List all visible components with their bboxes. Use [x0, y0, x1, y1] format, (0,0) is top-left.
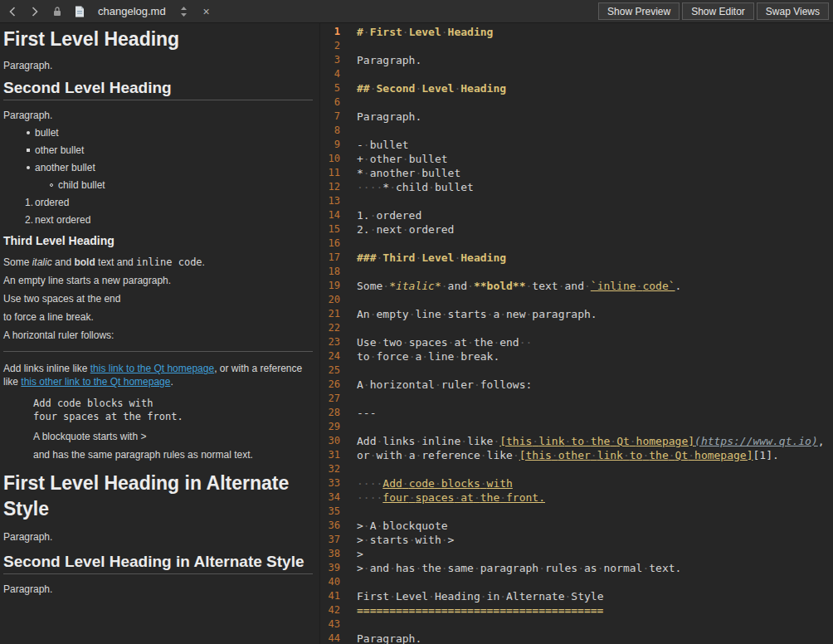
editor-line[interactable]: 5##·Second·Level·Heading	[320, 81, 833, 95]
line-number[interactable]: 34	[320, 490, 340, 505]
line-number[interactable]: 21	[320, 307, 340, 321]
line-number[interactable]: 43	[320, 617, 340, 632]
line-number[interactable]: 1	[320, 25, 340, 39]
editor-line[interactable]: 7Paragraph.	[320, 110, 833, 124]
editor-line[interactable]: 35	[320, 505, 833, 519]
line-number[interactable]: 12	[320, 180, 340, 194]
editor-line[interactable]: 41First·Level·Heading·in·Alternate·Style	[320, 589, 833, 603]
line-number[interactable]: 37	[320, 533, 340, 547]
editor-line[interactable]: 17###·Third·Level·Heading	[320, 251, 833, 265]
editor-line[interactable]: 152.·next·ordered	[320, 222, 833, 237]
line-number[interactable]: 8	[320, 124, 340, 138]
line-number[interactable]: 20	[320, 293, 340, 307]
editor-line[interactable]: 28---	[320, 406, 833, 420]
line-number[interactable]: 9	[320, 138, 340, 152]
editor-line[interactable]: 3Paragraph.	[320, 53, 833, 67]
editor-line[interactable]: 9-·bullet	[320, 138, 833, 152]
editor-line[interactable]: 18	[320, 265, 833, 279]
line-number[interactable]: 14	[320, 208, 340, 222]
line-number[interactable]: 11	[320, 166, 340, 180]
editor-line[interactable]: 36>·A·blockquote	[320, 519, 833, 533]
editor-line[interactable]: 20	[320, 293, 833, 307]
line-number[interactable]: 29	[320, 420, 340, 434]
line-number[interactable]: 39	[320, 561, 340, 575]
editor-line[interactable]: 19Some·*italic*·and·**bold**·text·and·`i…	[320, 279, 833, 293]
line-number[interactable]: 27	[320, 392, 340, 406]
line-number[interactable]: 23	[320, 335, 340, 349]
markdown-editor-pane[interactable]: 1#·First·Level·Heading23Paragraph.45##·S…	[320, 23, 833, 644]
line-number[interactable]: 40	[320, 575, 340, 589]
line-number[interactable]: 16	[320, 237, 340, 251]
back-button[interactable]	[5, 3, 20, 20]
line-number[interactable]: 3	[320, 53, 340, 67]
line-number[interactable]: 7	[320, 110, 340, 124]
line-number[interactable]: 10	[320, 152, 340, 166]
editor-line[interactable]: 24to·force·a·line·break.	[320, 349, 833, 363]
editor-line[interactable]: 8	[320, 124, 833, 138]
editor-line[interactable]: 4	[320, 67, 833, 81]
editor-line[interactable]: 43	[320, 617, 833, 632]
editor-line[interactable]: 31or·with·a·reference·like·[this·other·l…	[320, 448, 833, 462]
line-number[interactable]: 32	[320, 462, 340, 476]
editor-line[interactable]: 29	[320, 420, 833, 434]
editor-line[interactable]: 11*·another·bullet	[320, 166, 833, 180]
line-number[interactable]: 30	[320, 434, 340, 448]
document-switcher[interactable]	[177, 3, 192, 20]
qt-homepage-reference-link[interactable]: this other link to the Qt homepage	[21, 376, 170, 388]
line-number[interactable]: 33	[320, 476, 340, 490]
editor-line[interactable]: 44Paragraph.	[320, 632, 833, 644]
editor-line[interactable]: 1#·First·Level·Heading	[320, 25, 833, 39]
show-editor-button[interactable]: Show Editor	[682, 2, 754, 20]
editor-line[interactable]: 33····Add·code·blocks·with	[320, 476, 833, 490]
whitespace-dot: ·	[636, 280, 643, 292]
editor-line[interactable]: 25	[320, 363, 833, 378]
editor-line[interactable]: 39>·and·has·the·same·paragraph·rules·as·…	[320, 561, 833, 575]
close-document-button[interactable]: ×	[199, 3, 214, 20]
line-number[interactable]: 2	[320, 39, 340, 53]
editor-line[interactable]: 42======================================	[320, 603, 833, 617]
editor-line[interactable]: 30Add·links·inline·like·[this·link·to·th…	[320, 434, 833, 448]
line-number[interactable]: 44	[320, 632, 340, 644]
line-number[interactable]: 13	[320, 194, 340, 208]
line-number[interactable]: 28	[320, 406, 340, 420]
editor-line[interactable]: 10+·other·bullet	[320, 152, 833, 166]
editor-line[interactable]: 141.·ordered	[320, 208, 833, 222]
qt-homepage-link[interactable]: this link to the Qt homepage	[90, 363, 214, 374]
line-number[interactable]: 18	[320, 265, 340, 279]
line-number[interactable]: 38	[320, 547, 340, 561]
editor-line[interactable]: 2	[320, 39, 833, 53]
line-number[interactable]: 36	[320, 519, 340, 533]
editor-line[interactable]: 26A·horizontal·ruler·follows:	[320, 378, 833, 392]
editor-line[interactable]: 27	[320, 392, 833, 406]
line-number[interactable]: 42	[320, 603, 340, 617]
line-number[interactable]: 41	[320, 589, 340, 603]
editor-line[interactable]: 32	[320, 462, 833, 476]
line-number[interactable]: 22	[320, 321, 340, 335]
line-number[interactable]: 24	[320, 349, 340, 363]
editor-line[interactable]: 12····*·child·bullet	[320, 180, 833, 194]
line-number[interactable]: 17	[320, 251, 340, 265]
line-number[interactable]: 26	[320, 378, 340, 392]
line-number[interactable]: 15	[320, 222, 340, 237]
forward-button[interactable]	[27, 3, 42, 20]
editor-line[interactable]: 23Use·two·spaces·at·the·end··	[320, 335, 833, 349]
editor-line[interactable]: 38>	[320, 547, 833, 561]
line-number[interactable]: 6	[320, 95, 340, 110]
editor-line[interactable]: 13	[320, 194, 833, 208]
line-number[interactable]: 4	[320, 67, 340, 81]
editor-line[interactable]: 21An·empty·line·starts·a·new·paragraph.	[320, 307, 833, 321]
document-tab[interactable]: changelog.md ×	[5, 3, 214, 20]
line-number[interactable]: 25	[320, 363, 340, 378]
line-number[interactable]: 19	[320, 279, 340, 293]
swap-views-button[interactable]: Swap Views	[757, 2, 829, 20]
show-preview-button[interactable]: Show Preview	[598, 2, 680, 20]
line-number[interactable]: 5	[320, 81, 340, 95]
editor-line[interactable]: 37>·starts·with·>	[320, 533, 833, 547]
editor-line[interactable]: 40	[320, 575, 833, 589]
editor-line[interactable]: 16	[320, 237, 833, 251]
line-number[interactable]: 35	[320, 505, 340, 519]
editor-line[interactable]: 22	[320, 321, 833, 335]
editor-line[interactable]: 34····four·spaces·at·the·front.	[320, 490, 833, 505]
editor-line[interactable]: 6	[320, 95, 833, 110]
line-number[interactable]: 31	[320, 448, 340, 462]
